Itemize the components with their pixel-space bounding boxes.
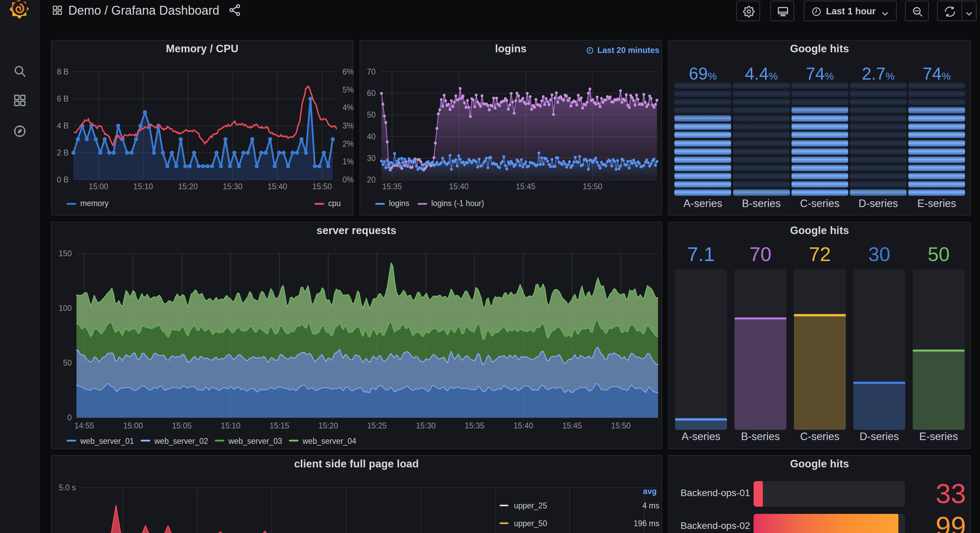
svg-text:15:25: 15:25 xyxy=(367,421,387,430)
svg-text:14:55: 14:55 xyxy=(75,421,94,430)
svg-text:4 ms: 4 ms xyxy=(642,501,659,510)
svg-text:5.0 s: 5.0 s xyxy=(59,483,76,492)
svg-text:15:50: 15:50 xyxy=(312,182,332,191)
svg-text:2 B: 2 B xyxy=(57,148,68,157)
svg-text:15:45: 15:45 xyxy=(562,421,582,430)
svg-text:web_server_02: web_server_02 xyxy=(154,437,208,445)
svg-text:20: 20 xyxy=(367,175,375,184)
svg-text:4 B: 4 B xyxy=(57,121,68,130)
svg-text:0 B: 0 B xyxy=(57,175,68,184)
svg-text:15:15: 15:15 xyxy=(270,421,290,430)
svg-text:4%: 4% xyxy=(342,103,354,112)
svg-text:150: 150 xyxy=(59,249,72,258)
svg-text:web_server_04: web_server_04 xyxy=(302,437,356,445)
svg-text:15:35: 15:35 xyxy=(382,182,402,191)
svg-text:15:10: 15:10 xyxy=(221,421,241,430)
svg-text:196 ms: 196 ms xyxy=(634,519,659,528)
svg-text:15:20: 15:20 xyxy=(318,421,338,430)
svg-text:70: 70 xyxy=(367,67,375,76)
svg-text:cpu: cpu xyxy=(328,199,341,208)
svg-text:memory: memory xyxy=(80,199,109,208)
svg-text:15:35: 15:35 xyxy=(465,421,485,430)
svg-text:60: 60 xyxy=(367,89,375,98)
svg-text:0%: 0% xyxy=(342,175,354,184)
svg-text:15:00: 15:00 xyxy=(89,182,108,191)
svg-text:15:00: 15:00 xyxy=(123,421,143,430)
svg-text:15:10: 15:10 xyxy=(134,182,153,191)
svg-text:upper_50: upper_50 xyxy=(514,519,547,528)
svg-text:15:40: 15:40 xyxy=(514,421,533,430)
svg-text:15:05: 15:05 xyxy=(172,421,192,430)
svg-text:15:50: 15:50 xyxy=(582,182,602,191)
svg-text:15:20: 15:20 xyxy=(178,182,198,191)
svg-text:15:40: 15:40 xyxy=(449,182,469,191)
svg-text:15:45: 15:45 xyxy=(516,182,536,191)
svg-text:100: 100 xyxy=(59,304,72,313)
svg-text:3%: 3% xyxy=(342,121,354,130)
svg-text:8 B: 8 B xyxy=(57,67,68,76)
svg-text:6 B: 6 B xyxy=(57,94,68,103)
svg-text:5%: 5% xyxy=(342,85,354,94)
svg-text:1%: 1% xyxy=(342,157,354,166)
svg-text:15:40: 15:40 xyxy=(267,182,287,191)
svg-text:30: 30 xyxy=(367,154,375,163)
svg-text:15:50: 15:50 xyxy=(611,421,631,430)
svg-text:2%: 2% xyxy=(342,139,354,148)
svg-text:upper_25: upper_25 xyxy=(514,501,547,510)
svg-text:40: 40 xyxy=(367,132,375,141)
svg-text:50: 50 xyxy=(63,358,72,367)
svg-text:web_server_01: web_server_01 xyxy=(80,437,134,445)
svg-text:web_server_03: web_server_03 xyxy=(228,437,282,445)
svg-text:15:30: 15:30 xyxy=(223,182,242,191)
svg-text:15:30: 15:30 xyxy=(416,421,436,430)
svg-text:6%: 6% xyxy=(342,67,354,76)
svg-text:50: 50 xyxy=(367,110,375,119)
svg-text:logins: logins xyxy=(389,199,409,208)
svg-text:logins (-1 hour): logins (-1 hour) xyxy=(431,199,484,208)
svg-text:avg: avg xyxy=(643,487,657,496)
svg-text:0: 0 xyxy=(67,413,72,422)
